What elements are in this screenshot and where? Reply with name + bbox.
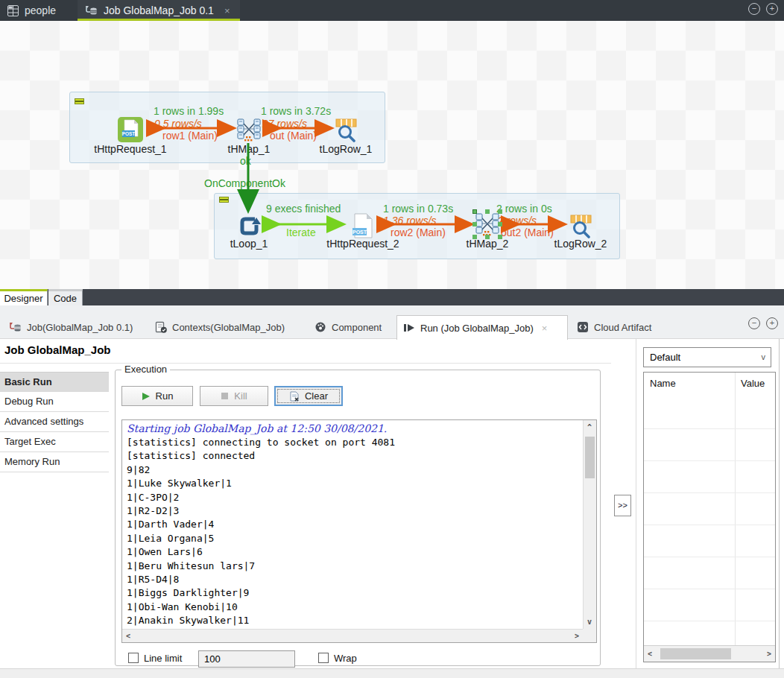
- page-title: Job GlobalMap_Job: [4, 343, 111, 356]
- scrollbar-thumb[interactable]: [660, 648, 731, 659]
- subjob2-collapse-toggle[interactable]: [219, 197, 229, 203]
- button-label: Clear: [305, 390, 328, 402]
- selection-handles[interactable]: [472, 209, 477, 214]
- component-label[interactable]: tLogRow_2: [543, 238, 618, 250]
- expand-context-panel-button[interactable]: >>: [614, 495, 631, 516]
- iterate-name-label[interactable]: Iterate: [286, 226, 316, 238]
- link-name-label[interactable]: row2 (Main): [391, 226, 446, 238]
- run-button[interactable]: Run: [121, 386, 193, 406]
- context-panel: Default v Name Value < >: [636, 339, 780, 668]
- link-name-label[interactable]: out2 (Main): [501, 226, 554, 238]
- line-limit-checkbox[interactable]: [128, 653, 139, 663]
- trigger-name-label[interactable]: OnComponentOk: [204, 177, 285, 189]
- execution-console[interactable]: Starting job GlobalMap_Job at 12:50 30/0…: [121, 419, 597, 643]
- designer-code-bar: Designer Code: [0, 289, 784, 305]
- tab-code[interactable]: Code: [48, 289, 83, 305]
- close-icon[interactable]: ×: [224, 5, 230, 16]
- kill-button[interactable]: Kill: [200, 386, 268, 406]
- link-name-label[interactable]: out (Main): [270, 130, 317, 142]
- link-rate-label: ? rows/s: [498, 215, 537, 226]
- thmap2-icon[interactable]: [475, 212, 500, 237]
- scroll-right-icon[interactable]: >: [575, 632, 579, 640]
- scroll-up-icon[interactable]: ^: [587, 423, 592, 431]
- scroll-left-icon[interactable]: <: [648, 650, 652, 658]
- tab-job-view[interactable]: Job(GlobalMap_Job 0.1): [3, 315, 139, 339]
- sidebar-item-memory-run[interactable]: Memory Run: [0, 452, 109, 472]
- minimize-icon[interactable]: −: [748, 3, 760, 15]
- tab-cloud-artifact-view[interactable]: Cloud Artifact: [571, 315, 657, 339]
- tab-label: Job(GlobalMap_Job 0.1): [27, 322, 133, 333]
- column-header-name: Name: [650, 378, 676, 389]
- component-label[interactable]: tHMap_2: [458, 238, 517, 250]
- tab-designer[interactable]: Designer: [0, 289, 48, 305]
- console-vertical-scrollbar[interactable]: ^ v: [583, 420, 596, 629]
- link-name-label[interactable]: row1 (Main): [162, 130, 218, 142]
- subjob1-collapse-toggle[interactable]: [75, 98, 84, 104]
- editor-tab-people[interactable]: people: [0, 0, 75, 21]
- trigger-ok-label: ok: [240, 155, 251, 167]
- grid-table-icon: [7, 5, 19, 16]
- tab-label: Designer: [4, 293, 42, 304]
- scroll-right-icon[interactable]: >: [767, 650, 771, 658]
- link-rate-label: 1.36 rows/s: [383, 215, 437, 226]
- link-rate-label: 27 rows/s: [262, 118, 307, 130]
- tab-label: Cloud Artifact: [594, 322, 651, 333]
- clear-button[interactable]: Clear: [274, 386, 343, 406]
- sidebar-item-target-exec[interactable]: Target Exec: [0, 432, 109, 452]
- component-label[interactable]: tHMap_1: [212, 143, 286, 155]
- tloop1-icon[interactable]: [237, 214, 262, 238]
- link-rate-label: 0.5 rows/s: [154, 118, 202, 130]
- wrap-label: Wrap: [334, 653, 357, 664]
- console-horizontal-scrollbar[interactable]: < >: [122, 629, 583, 642]
- scroll-left-icon[interactable]: <: [126, 632, 130, 640]
- component-icon: [314, 321, 326, 333]
- tab-label: Contexts(GlobalMap_Job): [172, 322, 285, 333]
- tlogrow2-icon[interactable]: [569, 214, 593, 238]
- component-label[interactable]: tLoop_1: [219, 238, 279, 250]
- job-design-canvas[interactable]: 1 rows in 1.99s 0.5 rows/s row1 (Main) 1…: [0, 21, 784, 289]
- tab-run-view[interactable]: Run (Job GlobalMap_Job) ×: [396, 315, 568, 340]
- editor-tab-job[interactable]: Job GlobalMap_Job 0.1 ×: [78, 0, 240, 21]
- close-icon[interactable]: ×: [542, 323, 548, 334]
- status-bar: [0, 668, 784, 678]
- scrollbar-corner: [583, 629, 596, 642]
- link-stat-label: 1 rows in 0.73s: [383, 203, 453, 215]
- thmap1-icon[interactable]: [236, 117, 262, 142]
- tab-contexts-view[interactable]: Contexts(GlobalMap_Job): [149, 315, 291, 339]
- sidebar-item-debug-run[interactable]: Debug Run: [0, 392, 109, 412]
- thttprequest1-icon[interactable]: POST: [118, 117, 143, 142]
- groupbox-legend: Execution: [121, 364, 170, 375]
- view-controls: − +: [748, 317, 778, 329]
- cloud-artifact-icon: [577, 321, 589, 333]
- play-icon: [142, 392, 151, 401]
- wrap-checkbox[interactable]: [318, 653, 329, 663]
- tab-label: Job GlobalMap_Job 0.1: [104, 4, 214, 16]
- line-limit-input[interactable]: [198, 650, 295, 668]
- iterate-stat-label: 9 execs finished: [266, 203, 341, 215]
- component-label[interactable]: tHttpRequest_2: [318, 238, 408, 250]
- empty-table-rows: [644, 397, 775, 645]
- maximize-icon[interactable]: +: [766, 317, 778, 329]
- table-horizontal-scrollbar[interactable]: < >: [644, 645, 775, 662]
- tlogrow1-icon[interactable]: [334, 118, 358, 142]
- component-label[interactable]: tHttpRequest_1: [86, 143, 175, 155]
- talend-studio-window: people Job GlobalMap_Job 0.1 × − +: [0, 0, 784, 678]
- tab-label: Run (Job GlobalMap_Job): [420, 323, 534, 334]
- job-icon: [9, 322, 22, 333]
- stop-icon: [221, 392, 229, 400]
- line-limit-label: Line limit: [144, 653, 182, 664]
- context-variables-table[interactable]: Name Value < >: [643, 372, 776, 662]
- context-select[interactable]: Default v: [643, 347, 771, 367]
- tab-label: Component: [332, 322, 382, 333]
- button-label: Run: [156, 390, 174, 402]
- maximize-icon[interactable]: +: [766, 3, 778, 15]
- svg-text:POST: POST: [353, 229, 367, 235]
- component-label[interactable]: tLogRow_1: [309, 143, 383, 155]
- scroll-down-icon[interactable]: v: [587, 618, 592, 626]
- sidebar-item-basic-run[interactable]: Basic Run: [0, 372, 109, 392]
- sidebar-item-advanced-settings[interactable]: Advanced settings: [0, 412, 109, 432]
- scrollbar-thumb[interactable]: [585, 437, 595, 478]
- tab-component-view[interactable]: Component: [309, 315, 388, 339]
- thttprequest2-icon[interactable]: POST: [350, 213, 376, 238]
- minimize-icon[interactable]: −: [748, 317, 760, 329]
